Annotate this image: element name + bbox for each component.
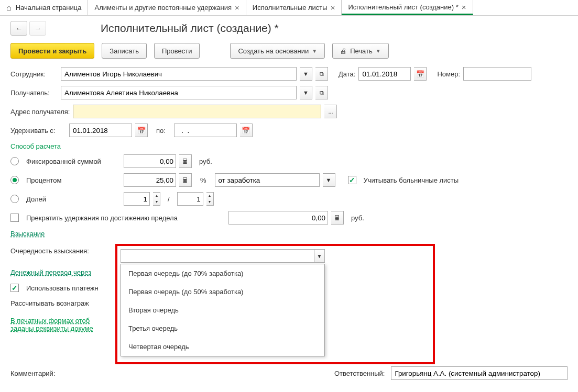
stop-limit-checkbox[interactable] xyxy=(10,214,19,222)
transfer-link[interactable]: Денежный перевод через xyxy=(10,268,115,276)
number-input[interactable] xyxy=(463,67,531,81)
calc-icon[interactable]: 🖩 xyxy=(179,154,192,168)
open-ref-icon[interactable]: ⧉ xyxy=(315,67,328,81)
tab-label: Исполнительные листы xyxy=(253,4,328,12)
dd-item[interactable]: Четвертая очередь xyxy=(121,338,324,356)
tab-alimony[interactable]: Алименты и другие постоянные удержания × xyxy=(88,0,246,15)
pct-label: % xyxy=(200,176,206,184)
number-label: Номер: xyxy=(437,70,460,78)
spinner[interactable] xyxy=(206,192,214,206)
calc-reward-label: Рассчитывать вознаграж xyxy=(10,299,115,307)
address-label: Адрес получателя: xyxy=(10,108,70,116)
percent-label: Процентом xyxy=(26,176,121,184)
create-based-button[interactable]: Создать на основании ▼ xyxy=(230,43,325,59)
from-earnings-select[interactable] xyxy=(215,173,320,187)
percent-input[interactable] xyxy=(124,173,176,187)
responsible-input[interactable] xyxy=(391,366,568,380)
close-icon[interactable]: × xyxy=(235,3,239,12)
calendar-icon[interactable]: 📅 xyxy=(240,124,253,137)
back-button[interactable]: ← xyxy=(10,21,27,36)
date-label: Дата: xyxy=(339,70,355,78)
print-forms-link[interactable]: В печатных формах отоб xyxy=(10,317,115,324)
dd-item[interactable]: Вторая очередь xyxy=(121,301,324,319)
receiver-input[interactable] xyxy=(61,86,297,99)
recovery-header[interactable]: Взыскание xyxy=(10,230,568,238)
fraction-label: Долей xyxy=(26,195,121,203)
printer-icon: 🖨 xyxy=(340,47,347,55)
close-icon[interactable]: × xyxy=(462,3,466,12)
dropdown-icon[interactable]: ▼ xyxy=(300,86,312,99)
priority-dropdown-list: Первая очередь (до 70% заработка) Первая… xyxy=(121,264,325,356)
comment-label: Комментарий: xyxy=(10,369,61,377)
dd-item[interactable]: Третья очередь xyxy=(121,319,324,338)
address-input[interactable] xyxy=(73,105,321,118)
radio-fraction[interactable] xyxy=(10,195,19,203)
spinner[interactable] xyxy=(153,192,160,206)
rub-label2: руб. xyxy=(351,214,364,222)
post-close-button[interactable]: Провести и закрыть xyxy=(10,43,94,59)
btn-label: Создать на основании xyxy=(238,47,309,55)
withhold-to-input[interactable] xyxy=(174,124,237,137)
tab-home[interactable]: ⌂ Начальная страница xyxy=(0,0,88,15)
receiver-label: Получатель: xyxy=(10,89,58,97)
tab-home-label: Начальная страница xyxy=(16,4,82,12)
priority-highlight: ▼ Первая очередь (до 70% заработка) Перв… xyxy=(115,244,435,364)
doc-reqs-link[interactable]: заданы реквизиты докуме xyxy=(10,324,115,332)
home-icon: ⌂ xyxy=(6,3,12,13)
limit-input[interactable] xyxy=(228,211,328,225)
withhold-from-input[interactable] xyxy=(69,124,132,137)
use-agent-label: Использовать платежн xyxy=(26,284,99,292)
frac-num-input[interactable] xyxy=(124,192,150,206)
employee-input[interactable] xyxy=(61,67,297,81)
open-ref-icon[interactable]: ⧉ xyxy=(315,86,328,99)
close-icon[interactable]: × xyxy=(331,3,335,12)
dd-item[interactable]: Первая очередь (до 50% заработка) xyxy=(121,283,324,301)
fixed-amount-input[interactable] xyxy=(124,154,176,168)
page-title: Исполнительный лист (создание) * xyxy=(101,22,279,35)
radio-fixed[interactable] xyxy=(10,157,19,165)
dropdown-icon[interactable]: ▼ xyxy=(323,173,335,187)
stop-limit-label: Прекратить удержания по достижению преде… xyxy=(26,214,225,222)
calc-icon[interactable]: 🖩 xyxy=(179,173,192,187)
calc-method-header: Способ расчета xyxy=(10,142,568,150)
frac-den-input[interactable] xyxy=(177,192,203,206)
responsible-label: Ответственный: xyxy=(334,369,385,377)
employee-label: Сотрудник: xyxy=(10,70,58,78)
dd-item[interactable]: Первая очередь (до 70% заработка) xyxy=(121,264,324,283)
dropdown-icon[interactable]: ▼ xyxy=(300,67,312,81)
post-button[interactable]: Провести xyxy=(154,43,200,59)
forward-button[interactable]: → xyxy=(29,21,46,36)
fixed-label: Фиксированной суммой xyxy=(26,158,121,165)
dropdown-caret-icon[interactable]: ▼ xyxy=(314,249,325,263)
sick-leave-checkbox[interactable] xyxy=(348,176,356,184)
tabs-bar: ⌂ Начальная страница Алименты и другие п… xyxy=(0,0,578,16)
save-button[interactable]: Записать xyxy=(102,43,147,59)
tab-label: Алименты и другие постоянные удержания xyxy=(94,4,232,12)
use-agent-checkbox[interactable] xyxy=(10,284,19,292)
withhold-to-label: по: xyxy=(156,127,166,135)
tab-writ-create[interactable]: Исполнительный лист (создание) * × xyxy=(342,0,473,15)
priority-label: Очередность взыскания: xyxy=(10,247,115,255)
withhold-from-label: Удерживать с: xyxy=(10,127,66,135)
caret-down-icon: ▼ xyxy=(312,48,317,54)
btn-label: Печать xyxy=(350,47,373,55)
calendar-icon[interactable]: 📅 xyxy=(414,67,427,81)
date-input[interactable] xyxy=(358,67,411,81)
calendar-icon[interactable]: 📅 xyxy=(135,124,148,137)
sick-leave-label: Учитывать больничные листы xyxy=(364,176,459,184)
rub-label: руб. xyxy=(199,158,212,165)
tab-label: Исполнительный лист (создание) * xyxy=(348,3,458,11)
radio-percent[interactable] xyxy=(10,176,19,184)
tab-writs[interactable]: Исполнительные листы × xyxy=(246,0,342,15)
priority-input[interactable] xyxy=(121,249,314,263)
more-icon[interactable]: ... xyxy=(324,105,337,118)
caret-down-icon: ▼ xyxy=(376,48,381,54)
calc-icon[interactable]: 🖩 xyxy=(331,211,344,225)
print-button[interactable]: 🖨 Печать ▼ xyxy=(332,43,389,59)
